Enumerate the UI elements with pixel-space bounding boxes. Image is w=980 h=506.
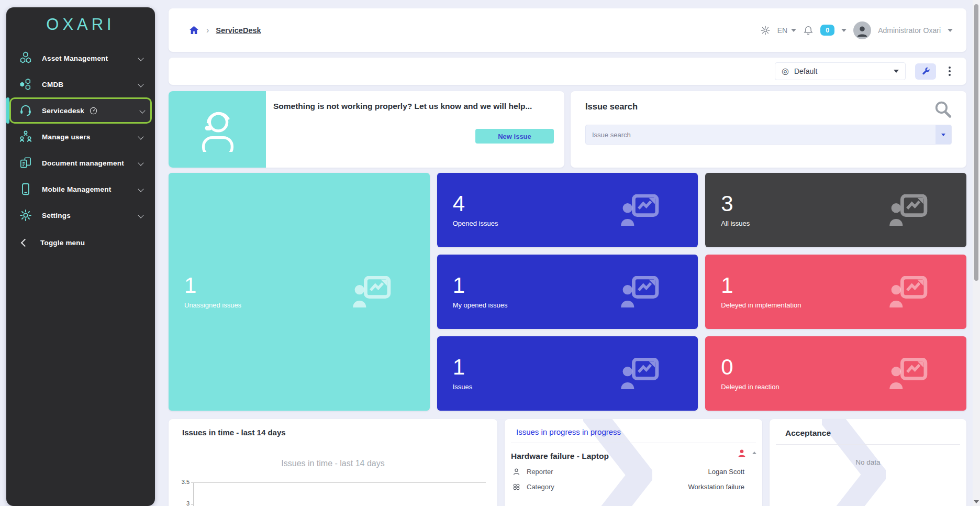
- sidebar-item-asset-management[interactable]: Asset Management: [11, 45, 150, 71]
- tile-all-issues[interactable]: 3 All issues: [705, 173, 966, 247]
- asset-management-icon: [19, 51, 32, 65]
- bell-icon[interactable]: [803, 25, 814, 36]
- toggle-menu-button[interactable]: Toggle menu: [11, 229, 150, 256]
- chevron-down-icon: [791, 29, 796, 32]
- acceptance-title: Acceptance: [770, 419, 966, 438]
- report-presentation-icon: [620, 276, 659, 307]
- field-value: Logan Scott: [708, 468, 744, 476]
- field-label: Category: [527, 483, 554, 491]
- search-icon: [933, 100, 953, 119]
- sidebar-item-manage-users[interactable]: Manage users: [11, 124, 150, 150]
- chevron-down-icon: [139, 107, 145, 113]
- report-presentation-icon: [620, 194, 659, 226]
- chart-title: Issues in time - last 14 days: [169, 459, 497, 468]
- avatar[interactable]: [853, 21, 871, 39]
- sidebar-nav: Asset Management CMDB Servicedesk Manage…: [6, 45, 155, 256]
- tile-value: 1: [184, 274, 241, 296]
- manage-users-icon: [19, 130, 32, 144]
- issue-item-title[interactable]: Hardware failure - Laptop: [511, 452, 762, 461]
- headset-person-icon: [195, 107, 240, 152]
- user-menu[interactable]: Administrator Oxari: [878, 26, 941, 35]
- tile-value: 1: [721, 274, 801, 296]
- acceptance-card: Acceptance No data: [770, 419, 966, 506]
- tile-label: Unassigned issues: [184, 301, 241, 309]
- chevron-down-icon: [138, 81, 143, 87]
- issue-search-card: Issue search: [571, 91, 966, 168]
- tile-label: My opened issues: [453, 301, 508, 309]
- category-icon: [512, 482, 521, 491]
- issue-field-row: Category Workstation failure: [512, 482, 744, 491]
- tile-unassigned-issues[interactable]: 1 Unassigned issues: [169, 173, 430, 411]
- divider: [776, 444, 960, 445]
- tile-label: Opened issues: [453, 219, 498, 227]
- kpi-tiles: 1 Unassigned issues 4 Opened issues 3 Al…: [169, 173, 966, 411]
- dashboard-select[interactable]: ◎ Default: [775, 62, 906, 80]
- tile-value: 1: [453, 356, 473, 378]
- document-management-icon: [19, 156, 32, 170]
- report-presentation-icon: [889, 358, 928, 389]
- sidebar-item-settings[interactable]: Settings: [11, 202, 150, 228]
- issues-in-time-card: Issues in time - last 14 days Issues in …: [169, 419, 497, 506]
- issue-search-input[interactable]: [586, 125, 936, 144]
- tile-value: 3: [721, 193, 750, 215]
- chevron-down-icon: [138, 55, 143, 61]
- target-icon: ◎: [782, 67, 789, 75]
- top-bar: › ServiceDesk EN 0 Administrator Oxari: [169, 8, 966, 52]
- tile-label: Deleyed in reaction: [721, 383, 779, 391]
- field-value: Workstation failure: [688, 483, 744, 491]
- configure-dashboard-button[interactable]: [915, 63, 936, 80]
- issue-search-field: [585, 125, 952, 145]
- servicedesk-icon: [19, 104, 32, 117]
- help-panel: [169, 91, 266, 168]
- search-dropdown-arrow[interactable]: [936, 125, 951, 144]
- sidebar-item-servicedesk[interactable]: Servicedesk: [9, 97, 152, 124]
- help-message: Something is not working properly? Let u…: [273, 102, 532, 111]
- gear-icon[interactable]: [760, 25, 771, 36]
- tile-value: 1: [453, 274, 508, 296]
- scrollbar-thumb[interactable]: [974, 4, 978, 281]
- chevron-down-icon: [138, 160, 143, 166]
- language-label: EN: [777, 26, 787, 35]
- kebab-menu-icon[interactable]: [945, 65, 954, 77]
- servicedesk-dashboard: OXARI Asset Management CMDB Servicedesk …: [0, 0, 980, 506]
- divider: [511, 443, 756, 443]
- report-presentation-icon: [352, 276, 391, 307]
- tile-delayed-in-implementation[interactable]: 1 Deleyed in implementation: [705, 255, 966, 329]
- issue-field-row: Reporter Logan Scott: [512, 467, 744, 476]
- issues-in-progress-title[interactable]: Issues in progress in progress: [505, 419, 762, 436]
- report-presentation-icon: [889, 276, 928, 307]
- report-presentation-icon: [620, 358, 659, 389]
- mobile-management-icon: [19, 182, 32, 196]
- y-axis-tick: 3.5: [175, 479, 190, 485]
- sidebar-item-mobile-management[interactable]: Mobile Management: [11, 176, 150, 202]
- chevron-down-icon: [138, 186, 143, 192]
- card-title: Issues in time - last 14 days: [169, 419, 497, 437]
- tile-value: 0: [721, 356, 779, 378]
- chevron-down-icon: [138, 212, 143, 218]
- tile-issues[interactable]: 1 Issues: [437, 336, 698, 411]
- cmdb-icon: [19, 78, 32, 91]
- tile-my-opened-issues[interactable]: 1 My opened issues: [437, 255, 698, 329]
- chevron-down-icon[interactable]: [948, 29, 953, 32]
- breadcrumb-separator: ›: [206, 26, 209, 35]
- home-icon[interactable]: [188, 25, 199, 36]
- chevron-down-icon[interactable]: [841, 29, 847, 32]
- y-axis-tick: 3: [175, 500, 190, 506]
- person-icon: [512, 467, 521, 476]
- field-label: Reporter: [527, 468, 553, 476]
- tile-delayed-in-reaction[interactable]: 0 Deleyed in reaction: [705, 336, 966, 411]
- breadcrumb-current[interactable]: ServiceDesk: [216, 26, 261, 35]
- wrench-icon: [921, 67, 930, 76]
- sidebar-item-document-management[interactable]: Document management: [11, 150, 150, 176]
- dashboard-toolbar: ◎ Default: [169, 58, 966, 85]
- chevron-down-icon: [894, 70, 899, 73]
- page-scrollbar[interactable]: [973, 0, 980, 506]
- settings-icon: [19, 208, 32, 222]
- scrollbar-down-arrow[interactable]: [974, 500, 979, 503]
- language-selector[interactable]: EN: [777, 26, 796, 35]
- tile-opened-issues[interactable]: 4 Opened issues: [437, 173, 698, 247]
- notifications-badge: 0: [820, 25, 834, 36]
- new-issue-button[interactable]: New issue: [475, 129, 554, 144]
- sidebar-item-cmdb[interactable]: CMDB: [11, 71, 150, 97]
- chevron-down-icon: [941, 134, 945, 136]
